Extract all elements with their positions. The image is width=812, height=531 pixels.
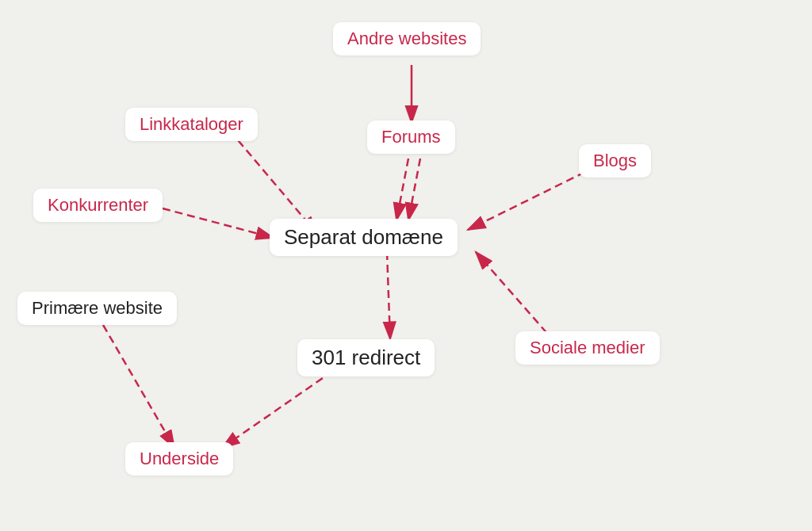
underside-node: Underside	[125, 442, 233, 476]
konkurrenter-node: Konkurrenter	[33, 189, 163, 222]
redirect-301-node: 301 redirect	[297, 339, 435, 376]
linkkataloger-node: Linkkataloger	[125, 108, 258, 141]
svg-line-9	[476, 252, 555, 342]
svg-line-10	[103, 325, 174, 448]
svg-line-8	[387, 252, 390, 339]
blogs-node: Blogs	[579, 144, 651, 178]
andre-websites-node: Andre websites	[333, 22, 481, 55]
sociale-medier-node: Sociale medier	[515, 331, 660, 365]
primaere-website-node: Primære website	[17, 292, 177, 325]
svg-line-6	[163, 208, 274, 238]
separat-domaene-node: Separat domæne	[270, 219, 458, 256]
svg-line-4	[408, 159, 420, 220]
forums-node: Forums	[367, 120, 455, 154]
svg-line-3	[396, 159, 408, 220]
svg-line-11	[222, 371, 333, 448]
svg-line-7	[468, 166, 596, 230]
